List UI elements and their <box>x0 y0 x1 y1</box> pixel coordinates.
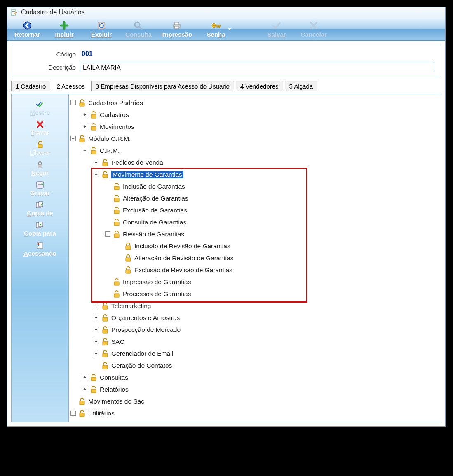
copia-para-button[interactable]: Copia para <box>13 219 67 238</box>
tree-node[interactable]: − Módulo C.R.M. <box>70 133 439 145</box>
lock-icon <box>90 147 97 154</box>
tab-alcada[interactable]: 5 Alçada <box>285 81 318 91</box>
negar-button[interactable]: Negar <box>13 159 67 177</box>
expand-icon[interactable]: + <box>82 112 87 117</box>
mestre-button[interactable]: Mestre <box>13 98 67 117</box>
tree-node[interactable]: − Movimento de Garantias <box>70 168 439 180</box>
consulta-button: Consulta <box>120 19 157 40</box>
tab-empresas[interactable]: 3 Empresas Disponíveis para Acesso do Us… <box>91 81 234 91</box>
collapse-icon[interactable]: − <box>105 231 110 237</box>
tree-node[interactable]: + Telemarketing <box>70 300 439 312</box>
svg-line-6 <box>139 27 142 29</box>
tree-panel: − Cadastros Padrões + Cadastros + Movime… <box>69 94 441 422</box>
copia-de-button[interactable]: Copia de <box>13 199 67 218</box>
lock-gray-icon <box>36 160 44 169</box>
tab-vendedores[interactable]: 4 Vendedores <box>236 81 283 91</box>
collapse-icon[interactable]: − <box>94 172 99 177</box>
expand-icon[interactable]: + <box>94 339 99 344</box>
lock-icon <box>90 123 97 131</box>
lock-icon <box>90 386 97 393</box>
lock-icon <box>113 219 120 226</box>
tree-node[interactable]: Geração de Contatos <box>70 359 439 371</box>
codigo-label: Código <box>18 51 80 58</box>
tree-node[interactable]: + Relatórios <box>70 383 439 395</box>
acessando-button[interactable]: Acessando <box>13 240 67 258</box>
tree-node[interactable]: + SAC <box>70 336 439 348</box>
lock-icon <box>78 99 86 107</box>
collapse-icon[interactable]: − <box>82 148 87 153</box>
tree-node[interactable]: Exclusão de Garantias <box>70 204 439 216</box>
travar-button[interactable]: Travar <box>13 119 67 137</box>
lock-icon <box>113 278 120 286</box>
expand-icon[interactable]: + <box>82 124 87 129</box>
lock-icon <box>101 171 109 178</box>
collapse-icon[interactable]: − <box>70 100 76 105</box>
form-card: Código 001 Descrição <box>13 45 439 77</box>
print-icon <box>171 21 183 30</box>
tree-node[interactable]: + Cadastros <box>70 109 439 121</box>
tree-node[interactable]: Consulta de Garantias <box>70 216 439 228</box>
tree-node[interactable]: − Cadastros Padrões <box>70 97 439 109</box>
lock-icon <box>124 243 132 250</box>
expand-icon[interactable]: + <box>82 375 87 380</box>
tab-content: Mestre Travar Liberar Negar <box>7 91 445 426</box>
descricao-input[interactable] <box>80 62 434 72</box>
permission-tree[interactable]: − Cadastros Padrões + Cadastros + Movime… <box>70 97 439 419</box>
excluir-label: Excluir <box>91 31 112 38</box>
save-icon <box>36 180 44 189</box>
tree-node[interactable]: + Prospecção de Mercado <box>70 324 439 336</box>
expand-icon[interactable]: + <box>82 387 87 392</box>
tree-node[interactable]: + Gerenciador de Email <box>70 348 439 359</box>
window-title: Cadastro de Usuários <box>21 9 85 16</box>
tree-node[interactable]: Processos de Garantias <box>70 288 439 300</box>
tree-node[interactable]: + Orçamentos e Amostras <box>70 312 439 324</box>
collapse-icon[interactable]: − <box>70 136 76 141</box>
tree-node[interactable]: Alteração de Revisão de Garantias <box>70 252 439 264</box>
tree-node[interactable]: + Consultas <box>70 371 439 383</box>
tree-node[interactable]: − Revisão de Garantias <box>70 228 439 240</box>
svg-rect-1 <box>12 11 15 12</box>
lock-icon <box>78 135 86 142</box>
svg-rect-24 <box>38 243 39 245</box>
copy-to-icon <box>35 221 45 230</box>
tree-node[interactable]: + Movimentos <box>70 121 439 133</box>
lock-icon <box>101 350 109 357</box>
expand-icon[interactable]: + <box>94 160 99 165</box>
senha-button[interactable]: Senha <box>196 19 242 40</box>
expand-icon[interactable]: + <box>94 351 99 356</box>
retornar-button[interactable]: Retornar <box>9 19 46 40</box>
excluir-button[interactable]: Excluir <box>83 19 120 40</box>
search-icon <box>133 21 144 30</box>
gravar-button[interactable]: Gravar <box>13 179 67 198</box>
expand-icon[interactable]: + <box>94 303 99 308</box>
tree-node[interactable]: Alteração de Garantias <box>70 192 439 204</box>
retornar-label: Retornar <box>14 31 40 38</box>
expand-icon[interactable]: + <box>94 327 99 332</box>
lock-open-icon <box>36 140 44 149</box>
lock-icon <box>101 314 109 322</box>
tab-cadastro[interactable]: 1 Cadastro <box>11 81 50 91</box>
toolbar: Retornar Incluir Excluir Consulta Impres… <box>7 18 445 41</box>
liberar-button[interactable]: Liberar <box>13 139 67 157</box>
expand-icon[interactable]: + <box>70 411 76 416</box>
tree-node[interactable]: + Pedidos de Venda <box>70 156 439 168</box>
tree-node[interactable]: Inclusão de Garantias <box>70 180 439 192</box>
tree-node[interactable]: Movimentos do Sac <box>70 395 439 407</box>
lock-icon <box>124 254 132 262</box>
lock-icon <box>124 266 132 274</box>
tree-node[interactable]: + Utilitários <box>70 407 439 419</box>
descricao-label: Descrição <box>18 64 80 71</box>
tab-acessos[interactable]: 2 Acessos <box>52 81 89 91</box>
copy-from-icon <box>35 201 45 210</box>
tree-node[interactable]: − C.R.M. <box>70 145 439 156</box>
tree-node[interactable]: Exclusão de Revisão de Garantias <box>70 264 439 276</box>
svg-point-11 <box>213 25 215 26</box>
incluir-button[interactable]: Incluir <box>46 19 83 40</box>
tree-node[interactable]: Inclusão de Revisão de Garantias <box>70 240 439 252</box>
tree-node[interactable]: Impressão de Garantias <box>70 276 439 288</box>
expand-icon[interactable]: + <box>94 315 99 320</box>
lock-icon <box>78 398 86 405</box>
lock-icon <box>101 159 109 166</box>
impressao-button[interactable]: Impressão <box>157 19 196 40</box>
window-icon <box>10 9 18 16</box>
